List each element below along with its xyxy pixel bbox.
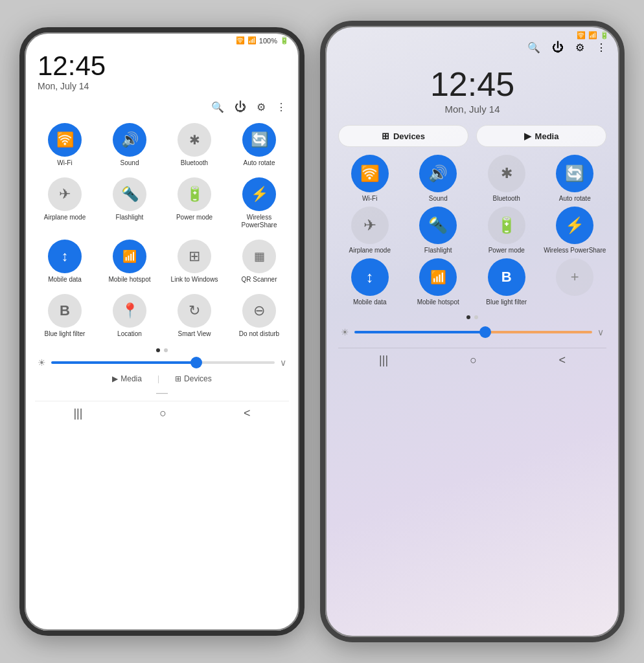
date-left: Mon, July 14 <box>38 81 289 91</box>
settings-icon-right[interactable]: ⚙ <box>575 41 584 54</box>
tile-mobiledata-right[interactable]: ↕ Mobile data <box>338 258 402 306</box>
nav-recent-right[interactable]: ||| <box>379 354 388 367</box>
tile-label-flashlight-left: Flashlight <box>116 214 144 221</box>
brightness-slider-right[interactable] <box>354 331 592 333</box>
search-icon-left[interactable]: 🔍 <box>211 101 224 113</box>
battery-icon-left: 🔋 <box>280 36 289 45</box>
tile-qrscanner-left[interactable]: ▦ QR Scanner <box>229 236 289 287</box>
tile-label-sound-left: Sound <box>121 159 139 167</box>
signal-icon-right: 📶 <box>588 31 597 39</box>
tile-airplane-left[interactable]: ✈ Airplane mode <box>35 174 95 233</box>
dot-1-right[interactable] <box>466 315 470 319</box>
tile-bluelight-right[interactable]: B Blue light filter <box>475 258 538 306</box>
right-phone: 🛜 📶 🔋 🔍 ⏻ ⚙ ⋮ 12:45 Mon, July 14 ⊞ Devic… <box>320 21 625 642</box>
brightness-icon-left: ☀ <box>38 357 46 368</box>
tile-icon-linkwindows-left: ⊞ <box>178 240 211 273</box>
tile-location-left[interactable]: 📍 Location <box>100 290 159 342</box>
tile-powermode-left[interactable]: 🔋 Power mode <box>165 174 224 233</box>
tile-icon-sound-right: 🔊 <box>419 155 457 192</box>
tile-sound-right[interactable]: 🔊 Sound <box>407 155 470 203</box>
tile-mobilehotspot-right[interactable]: 📶 Mobile hotspot <box>407 258 470 306</box>
tile-grid-right: 🛜 Wi-Fi 🔊 Sound ✱ Bluetooth 🔄 Auto rotat… <box>338 152 606 309</box>
tile-icon-flashlight-left: 🔦 <box>113 177 146 211</box>
more-icon-right[interactable]: ⋮ <box>596 41 606 54</box>
tile-wireless-right[interactable]: ⚡ Wireless PowerShare <box>544 207 607 254</box>
tile-icon-location-left: 📍 <box>113 294 146 328</box>
nav-back-right[interactable]: < <box>558 354 566 367</box>
tile-label-autorotate-left: Auto rotate <box>244 159 275 167</box>
tile-bluetooth-right[interactable]: ✱ Bluetooth <box>475 155 538 203</box>
tile-icon-mobilehotspot-right: 📶 <box>419 258 457 296</box>
tile-airplane-right[interactable]: ✈ Airplane mode <box>338 207 402 254</box>
tile-linkwindows-left[interactable]: ⊞ Link to Windows <box>165 236 224 287</box>
nav-home-left[interactable]: ○ <box>159 407 167 420</box>
media-devices-footer-left: ▶ Media | ⊞ Devices <box>35 370 289 386</box>
tab-devices-right[interactable]: ⊞ Devices <box>338 125 468 147</box>
footer-media-left[interactable]: ▶ Media <box>112 374 142 383</box>
status-bar-right: 🛜 📶 🔋 <box>325 26 619 41</box>
tile-icon-mobiledata-left: ↕ <box>48 240 82 273</box>
tile-icon-smartview-left: ↻ <box>178 294 211 328</box>
tile-icon-powermode-left: 🔋 <box>178 177 211 211</box>
devices-icon-left: ⊞ <box>175 374 181 383</box>
status-bar-left: 🛜 📶 100% 🔋 <box>25 32 299 47</box>
tile-bluetooth-left[interactable]: ✱ Bluetooth <box>165 119 224 171</box>
wifi-icon-right: 🛜 <box>577 31 586 39</box>
tile-label-mobilehotspot-right: Mobile hotspot <box>417 298 459 306</box>
nav-recent-left[interactable]: ||| <box>73 407 82 420</box>
chevron-icon-right[interactable]: ∨ <box>597 327 604 337</box>
tab-media-icon-right: ▶ <box>524 131 531 141</box>
tile-grid-left: 🛜 Wi-Fi 🔊 Sound ✱ Bluetooth 🔄 Auto rotat… <box>35 117 289 344</box>
power-icon-right[interactable]: ⏻ <box>552 41 564 54</box>
tile-wireless-left[interactable]: ⚡ Wireless PowerShare <box>229 174 289 233</box>
tab-media-right[interactable]: ▶ Media <box>476 125 606 147</box>
tile-smartview-left[interactable]: ↻ Smart View <box>165 290 224 342</box>
settings-icon-left[interactable]: ⚙ <box>257 101 266 113</box>
dot-2-left[interactable] <box>164 348 168 352</box>
tile-label-bluelight-left: Blue light filter <box>45 330 86 338</box>
tile-label-mobilehotspot-left: Mobile hotspot <box>108 276 150 284</box>
dot-1-left[interactable] <box>156 348 160 352</box>
tile-icon-bluetooth-right: ✱ <box>488 155 525 192</box>
tile-plus-right[interactable]: + <box>544 258 607 306</box>
tile-flashlight-right[interactable]: 🔦 Flashlight <box>407 207 470 254</box>
tab-devices-icon-right: ⊞ <box>382 131 389 141</box>
tile-bluelight-left[interactable]: B Blue light filter <box>35 290 95 342</box>
dot-2-right[interactable] <box>474 315 478 319</box>
tile-icon-mobilehotspot-left: 📶 <box>113 240 146 273</box>
tile-wifi-left[interactable]: 🛜 Wi-Fi <box>35 119 95 171</box>
brightness-thumb-right[interactable] <box>479 326 491 338</box>
tile-autorotate-right[interactable]: 🔄 Auto rotate <box>544 155 607 203</box>
search-icon-right[interactable]: 🔍 <box>527 41 540 54</box>
tile-donotdisturb-left[interactable]: ⊖ Do not disturb <box>229 290 289 342</box>
tile-label-wireless-left: Wireless PowerShare <box>231 214 288 229</box>
tile-wifi-right[interactable]: 🛜 Wi-Fi <box>338 155 402 203</box>
nav-home-right[interactable]: ○ <box>470 354 477 367</box>
page-dots-right <box>338 309 606 322</box>
tile-mobiledata-left[interactable]: ↕ Mobile data <box>35 236 95 287</box>
tile-icon-autorotate-right: 🔄 <box>556 155 593 192</box>
brightness-thumb-left[interactable] <box>190 357 202 368</box>
tile-powermode-right[interactable]: 🔋 Power mode <box>475 207 538 254</box>
nav-bar-right: ||| ○ < <box>338 348 606 372</box>
chevron-icon-left[interactable]: ∨ <box>280 357 286 368</box>
brightness-slider-left[interactable] <box>51 361 275 364</box>
tile-icon-bluelight-left: B <box>48 294 82 328</box>
tile-autorotate-left[interactable]: 🔄 Auto rotate <box>229 119 289 171</box>
tile-mobilehotspot-left[interactable]: 📶 Mobile hotspot <box>100 236 159 287</box>
footer-devices-left[interactable]: ⊞ Devices <box>175 374 212 383</box>
tile-icon-wifi-right: 🛜 <box>351 155 389 192</box>
tile-icon-wireless-right: ⚡ <box>556 207 593 244</box>
tile-label-donotdisturb-left: Do not disturb <box>239 330 279 338</box>
time-display-right: 12:45 Mon, July 14 <box>338 57 606 120</box>
tile-icon-wireless-left: ⚡ <box>242 177 276 211</box>
more-icon-left[interactable]: ⋮ <box>276 101 286 113</box>
power-icon-left[interactable]: ⏻ <box>235 100 246 114</box>
tile-sound-left[interactable]: 🔊 Sound <box>100 119 159 171</box>
clock-left: 12:45 <box>38 52 289 80</box>
tile-icon-mobiledata-right: ↕ <box>351 258 389 296</box>
nav-back-left[interactable]: < <box>244 407 251 420</box>
tile-icon-wifi-left: 🛜 <box>48 123 82 157</box>
tile-icon-autorotate-left: 🔄 <box>242 123 276 157</box>
tile-flashlight-left[interactable]: 🔦 Flashlight <box>100 174 159 233</box>
